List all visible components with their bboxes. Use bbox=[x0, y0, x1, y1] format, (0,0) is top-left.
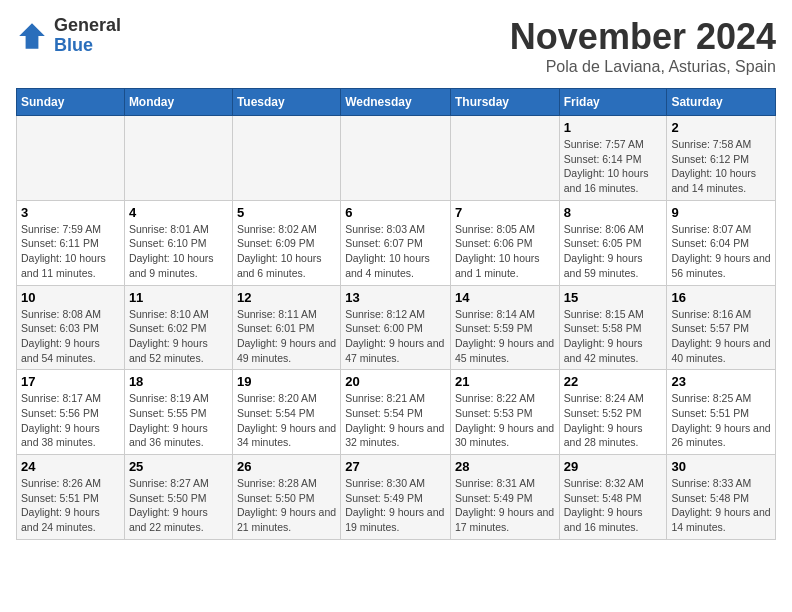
day-number: 17 bbox=[21, 374, 120, 389]
weekday-header-sunday: Sunday bbox=[17, 89, 125, 116]
calendar-cell: 19Sunrise: 8:20 AM Sunset: 5:54 PM Dayli… bbox=[232, 370, 340, 455]
calendar-cell: 24Sunrise: 8:26 AM Sunset: 5:51 PM Dayli… bbox=[17, 455, 125, 540]
day-info: Sunrise: 8:06 AM Sunset: 6:05 PM Dayligh… bbox=[564, 222, 663, 281]
calendar-cell: 5Sunrise: 8:02 AM Sunset: 6:09 PM Daylig… bbox=[232, 200, 340, 285]
calendar-body: 1Sunrise: 7:57 AM Sunset: 6:14 PM Daylig… bbox=[17, 116, 776, 540]
day-info: Sunrise: 8:17 AM Sunset: 5:56 PM Dayligh… bbox=[21, 391, 120, 450]
day-number: 9 bbox=[671, 205, 771, 220]
calendar-week-5: 24Sunrise: 8:26 AM Sunset: 5:51 PM Dayli… bbox=[17, 455, 776, 540]
day-info: Sunrise: 8:01 AM Sunset: 6:10 PM Dayligh… bbox=[129, 222, 228, 281]
calendar-cell: 15Sunrise: 8:15 AM Sunset: 5:58 PM Dayli… bbox=[559, 285, 667, 370]
calendar-week-2: 3Sunrise: 7:59 AM Sunset: 6:11 PM Daylig… bbox=[17, 200, 776, 285]
day-info: Sunrise: 8:30 AM Sunset: 5:49 PM Dayligh… bbox=[345, 476, 446, 535]
day-number: 3 bbox=[21, 205, 120, 220]
day-info: Sunrise: 8:25 AM Sunset: 5:51 PM Dayligh… bbox=[671, 391, 771, 450]
calendar-cell: 9Sunrise: 8:07 AM Sunset: 6:04 PM Daylig… bbox=[667, 200, 776, 285]
calendar-cell: 12Sunrise: 8:11 AM Sunset: 6:01 PM Dayli… bbox=[232, 285, 340, 370]
day-info: Sunrise: 7:59 AM Sunset: 6:11 PM Dayligh… bbox=[21, 222, 120, 281]
weekday-header-monday: Monday bbox=[124, 89, 232, 116]
day-info: Sunrise: 8:03 AM Sunset: 6:07 PM Dayligh… bbox=[345, 222, 446, 281]
day-info: Sunrise: 8:26 AM Sunset: 5:51 PM Dayligh… bbox=[21, 476, 120, 535]
day-info: Sunrise: 8:15 AM Sunset: 5:58 PM Dayligh… bbox=[564, 307, 663, 366]
day-info: Sunrise: 7:58 AM Sunset: 6:12 PM Dayligh… bbox=[671, 137, 771, 196]
day-number: 30 bbox=[671, 459, 771, 474]
day-number: 16 bbox=[671, 290, 771, 305]
day-info: Sunrise: 8:10 AM Sunset: 6:02 PM Dayligh… bbox=[129, 307, 228, 366]
weekday-header-wednesday: Wednesday bbox=[341, 89, 451, 116]
day-info: Sunrise: 8:08 AM Sunset: 6:03 PM Dayligh… bbox=[21, 307, 120, 366]
day-info: Sunrise: 8:14 AM Sunset: 5:59 PM Dayligh… bbox=[455, 307, 555, 366]
calendar-cell bbox=[341, 116, 451, 201]
weekday-header-saturday: Saturday bbox=[667, 89, 776, 116]
calendar-cell: 16Sunrise: 8:16 AM Sunset: 5:57 PM Dayli… bbox=[667, 285, 776, 370]
title-block: November 2024 Pola de Laviana, Asturias,… bbox=[510, 16, 776, 76]
day-number: 12 bbox=[237, 290, 336, 305]
day-number: 18 bbox=[129, 374, 228, 389]
day-number: 5 bbox=[237, 205, 336, 220]
calendar-cell: 18Sunrise: 8:19 AM Sunset: 5:55 PM Dayli… bbox=[124, 370, 232, 455]
calendar-cell: 3Sunrise: 7:59 AM Sunset: 6:11 PM Daylig… bbox=[17, 200, 125, 285]
calendar-cell: 28Sunrise: 8:31 AM Sunset: 5:49 PM Dayli… bbox=[450, 455, 559, 540]
logo-icon bbox=[16, 20, 48, 52]
day-info: Sunrise: 8:33 AM Sunset: 5:48 PM Dayligh… bbox=[671, 476, 771, 535]
day-info: Sunrise: 8:11 AM Sunset: 6:01 PM Dayligh… bbox=[237, 307, 336, 366]
day-info: Sunrise: 8:27 AM Sunset: 5:50 PM Dayligh… bbox=[129, 476, 228, 535]
calendar-cell: 21Sunrise: 8:22 AM Sunset: 5:53 PM Dayli… bbox=[450, 370, 559, 455]
calendar-cell: 14Sunrise: 8:14 AM Sunset: 5:59 PM Dayli… bbox=[450, 285, 559, 370]
calendar-cell: 4Sunrise: 8:01 AM Sunset: 6:10 PM Daylig… bbox=[124, 200, 232, 285]
calendar-cell: 23Sunrise: 8:25 AM Sunset: 5:51 PM Dayli… bbox=[667, 370, 776, 455]
day-info: Sunrise: 8:05 AM Sunset: 6:06 PM Dayligh… bbox=[455, 222, 555, 281]
calendar-cell: 2Sunrise: 7:58 AM Sunset: 6:12 PM Daylig… bbox=[667, 116, 776, 201]
calendar-header: SundayMondayTuesdayWednesdayThursdayFrid… bbox=[17, 89, 776, 116]
weekday-header-friday: Friday bbox=[559, 89, 667, 116]
calendar-cell: 7Sunrise: 8:05 AM Sunset: 6:06 PM Daylig… bbox=[450, 200, 559, 285]
day-info: Sunrise: 8:16 AM Sunset: 5:57 PM Dayligh… bbox=[671, 307, 771, 366]
calendar-cell bbox=[17, 116, 125, 201]
calendar-cell: 11Sunrise: 8:10 AM Sunset: 6:02 PM Dayli… bbox=[124, 285, 232, 370]
calendar-cell: 25Sunrise: 8:27 AM Sunset: 5:50 PM Dayli… bbox=[124, 455, 232, 540]
day-number: 2 bbox=[671, 120, 771, 135]
day-info: Sunrise: 8:02 AM Sunset: 6:09 PM Dayligh… bbox=[237, 222, 336, 281]
logo-text: General Blue bbox=[54, 16, 121, 56]
day-number: 4 bbox=[129, 205, 228, 220]
day-info: Sunrise: 7:57 AM Sunset: 6:14 PM Dayligh… bbox=[564, 137, 663, 196]
day-number: 26 bbox=[237, 459, 336, 474]
day-number: 15 bbox=[564, 290, 663, 305]
day-number: 27 bbox=[345, 459, 446, 474]
day-number: 22 bbox=[564, 374, 663, 389]
calendar-cell: 1Sunrise: 7:57 AM Sunset: 6:14 PM Daylig… bbox=[559, 116, 667, 201]
calendar-cell: 30Sunrise: 8:33 AM Sunset: 5:48 PM Dayli… bbox=[667, 455, 776, 540]
day-info: Sunrise: 8:28 AM Sunset: 5:50 PM Dayligh… bbox=[237, 476, 336, 535]
day-info: Sunrise: 8:21 AM Sunset: 5:54 PM Dayligh… bbox=[345, 391, 446, 450]
day-number: 10 bbox=[21, 290, 120, 305]
month-title: November 2024 bbox=[510, 16, 776, 58]
day-number: 21 bbox=[455, 374, 555, 389]
calendar-cell bbox=[232, 116, 340, 201]
day-number: 19 bbox=[237, 374, 336, 389]
calendar-week-3: 10Sunrise: 8:08 AM Sunset: 6:03 PM Dayli… bbox=[17, 285, 776, 370]
calendar-cell: 10Sunrise: 8:08 AM Sunset: 6:03 PM Dayli… bbox=[17, 285, 125, 370]
calendar-cell: 26Sunrise: 8:28 AM Sunset: 5:50 PM Dayli… bbox=[232, 455, 340, 540]
calendar-cell: 20Sunrise: 8:21 AM Sunset: 5:54 PM Dayli… bbox=[341, 370, 451, 455]
calendar-cell bbox=[450, 116, 559, 201]
day-number: 13 bbox=[345, 290, 446, 305]
page-header: General Blue November 2024 Pola de Lavia… bbox=[16, 16, 776, 76]
day-number: 23 bbox=[671, 374, 771, 389]
day-info: Sunrise: 8:31 AM Sunset: 5:49 PM Dayligh… bbox=[455, 476, 555, 535]
calendar-week-1: 1Sunrise: 7:57 AM Sunset: 6:14 PM Daylig… bbox=[17, 116, 776, 201]
calendar-cell: 27Sunrise: 8:30 AM Sunset: 5:49 PM Dayli… bbox=[341, 455, 451, 540]
day-number: 20 bbox=[345, 374, 446, 389]
calendar-cell: 17Sunrise: 8:17 AM Sunset: 5:56 PM Dayli… bbox=[17, 370, 125, 455]
day-number: 6 bbox=[345, 205, 446, 220]
day-number: 7 bbox=[455, 205, 555, 220]
location-title: Pola de Laviana, Asturias, Spain bbox=[510, 58, 776, 76]
calendar-table: SundayMondayTuesdayWednesdayThursdayFrid… bbox=[16, 88, 776, 540]
calendar-cell: 6Sunrise: 8:03 AM Sunset: 6:07 PM Daylig… bbox=[341, 200, 451, 285]
weekday-header-tuesday: Tuesday bbox=[232, 89, 340, 116]
day-number: 1 bbox=[564, 120, 663, 135]
day-info: Sunrise: 8:12 AM Sunset: 6:00 PM Dayligh… bbox=[345, 307, 446, 366]
day-number: 25 bbox=[129, 459, 228, 474]
calendar-week-4: 17Sunrise: 8:17 AM Sunset: 5:56 PM Dayli… bbox=[17, 370, 776, 455]
day-number: 8 bbox=[564, 205, 663, 220]
day-number: 29 bbox=[564, 459, 663, 474]
